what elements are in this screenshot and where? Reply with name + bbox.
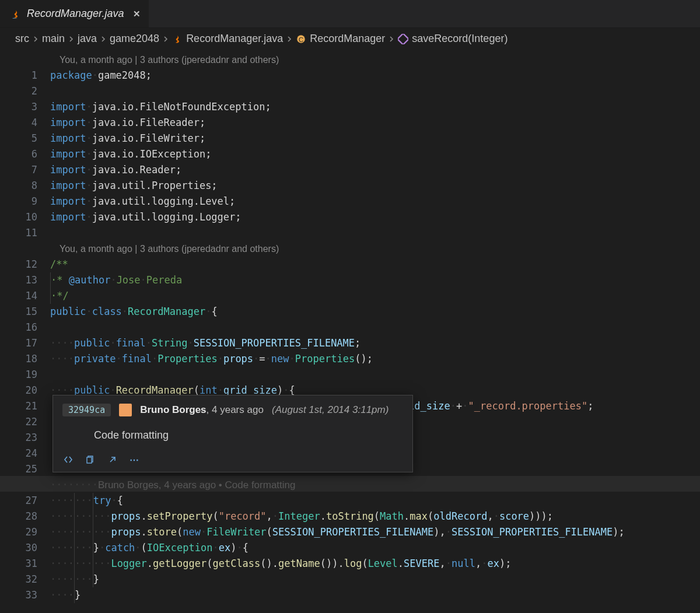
- class-icon: C: [296, 34, 306, 44]
- tab-filename: RecordManager.java: [27, 8, 124, 20]
- commit-relative-date: 4 years ago: [212, 404, 264, 415]
- chevron-right-icon: [286, 36, 292, 42]
- tab-bar: RecordManager.java ✕: [0, 0, 700, 28]
- svg-rect-2: [398, 34, 408, 44]
- breadcrumb[interactable]: src main java game2048 RecordManager.jav…: [0, 28, 700, 51]
- inline-blame: Bruno Borges, 4 years ago • Code formatt…: [98, 479, 296, 491]
- line-number-gutter: 1 2 3 4 5 6 7 8 9 10 11 12 13 14 15 16 1…: [0, 52, 50, 603]
- breadcrumb-seg[interactable]: RecordManager: [310, 33, 385, 45]
- chevron-right-icon: [68, 36, 74, 42]
- breadcrumb-seg[interactable]: game2048: [110, 33, 159, 45]
- author-name: Bruno Borges: [140, 404, 206, 415]
- author-avatar: [119, 404, 132, 416]
- breadcrumb-seg[interactable]: main: [42, 33, 65, 45]
- svg-rect-4: [87, 457, 92, 463]
- hover-actions: ⋯: [61, 453, 402, 466]
- commit-date: (August 1st, 2014 3:11pm): [272, 404, 388, 415]
- open-external-icon[interactable]: [106, 453, 120, 466]
- codelens-class[interactable]: You, a month ago | 3 authors (jperedadnr…: [50, 241, 700, 257]
- code-content[interactable]: You, a month ago | 3 authors (jperedadnr…: [50, 52, 700, 603]
- commit-hash[interactable]: 32949ca: [62, 404, 111, 416]
- copy-icon[interactable]: [83, 453, 97, 466]
- chevron-right-icon: [163, 36, 169, 42]
- editor-tab[interactable]: RecordManager.java ✕: [0, 0, 149, 27]
- java-file-icon: [172, 34, 183, 44]
- breadcrumb-seg[interactable]: saveRecord(Integer): [412, 33, 508, 45]
- breadcrumb-seg[interactable]: RecordManager.java: [186, 33, 283, 45]
- more-actions-icon[interactable]: ⋯: [128, 453, 142, 466]
- git-blame-hover: 32949ca Bruno Borges, 4 years ago (Augus…: [52, 395, 413, 472]
- chevron-right-icon: [33, 36, 38, 42]
- chevron-right-icon: [388, 36, 394, 42]
- method-icon: [398, 34, 408, 44]
- code-editor[interactable]: 1 2 3 4 5 6 7 8 9 10 11 12 13 14 15 16 1…: [0, 51, 700, 603]
- breadcrumb-seg[interactable]: java: [78, 33, 97, 45]
- close-tab-icon[interactable]: ✕: [133, 9, 141, 19]
- codelens-top[interactable]: You, a month ago | 3 authors (jperedadnr…: [50, 52, 700, 68]
- java-file-icon: [10, 9, 21, 19]
- svg-text:C: C: [299, 36, 303, 43]
- commit-message: Code formatting: [94, 429, 402, 442]
- open-changes-icon[interactable]: [61, 453, 75, 466]
- breadcrumb-seg[interactable]: src: [15, 33, 29, 45]
- chevron-right-icon: [100, 36, 106, 42]
